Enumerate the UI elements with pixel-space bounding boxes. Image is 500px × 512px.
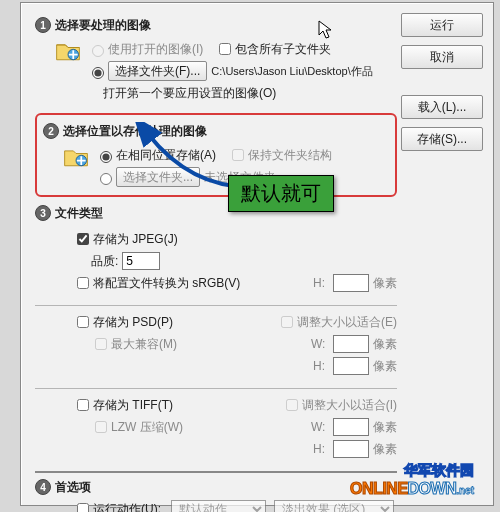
dest-choose-folder-radio[interactable] (100, 173, 112, 185)
w-label: W: (311, 420, 325, 434)
psd-h-input (333, 357, 369, 375)
tiff-resize-label: 调整大小以适合(I) (302, 397, 397, 414)
step-2-badge: 2 (43, 123, 59, 139)
psd-resize-check (281, 316, 293, 328)
unit-label: 像素 (373, 358, 397, 375)
tiff-w-input (333, 418, 369, 436)
section-destination-highlight: 2 选择位置以存储处理的图像 在相同位置存储(A) 保持文件夹结构 (35, 113, 397, 197)
use-open-images-label: 使用打开的图像(I) (108, 41, 203, 58)
srgb-check[interactable] (77, 277, 89, 289)
action-name-select: 淡出效果 (选区) (274, 500, 394, 512)
psd-w-input (333, 335, 369, 353)
step-1-badge: 1 (35, 17, 51, 33)
srgb-label: 将配置文件转换为 sRGB(V) (93, 275, 240, 292)
divider (35, 388, 397, 389)
action-set-select: 默认动作 (171, 500, 266, 512)
quality-label: 品质: (91, 253, 118, 270)
tiff-resize-check (286, 399, 298, 411)
keep-structure-check (232, 149, 244, 161)
section-divider (35, 471, 397, 473)
folder-icon[interactable] (61, 143, 91, 171)
unit-label: 像素 (373, 275, 397, 292)
watermark-net: .net (456, 485, 474, 496)
save-psd-label: 存储为 PSD(P) (93, 314, 173, 331)
h-label: H: (311, 276, 325, 290)
max-compat-check (95, 338, 107, 350)
save-same-location-label: 在相同位置存储(A) (116, 147, 216, 164)
save-jpeg-check[interactable] (77, 233, 89, 245)
save-psd-check[interactable] (77, 316, 89, 328)
save-same-location-radio[interactable] (100, 151, 112, 163)
open-first-image-label: 打开第一个要应用设置的图像(O) (103, 85, 276, 102)
dest-choose-folder-button[interactable]: 选择文件夹... (116, 167, 200, 187)
section-source-title: 选择要处理的图像 (55, 17, 151, 34)
annotation-tooltip: 默认就可 (228, 175, 334, 212)
tiff-h-input (333, 440, 369, 458)
watermark-en2: DOWN (408, 480, 457, 497)
save-tiff-check[interactable] (77, 399, 89, 411)
section-filetype: 3 文件类型 存储为 JPEG(J) 品质: 将配置文件转换为 sRGB(V) … (35, 203, 397, 465)
watermark-en1: ONLINE (350, 480, 407, 497)
max-compat-label: 最大兼容(M) (111, 336, 177, 353)
quality-input[interactable] (122, 252, 160, 270)
unit-label: 像素 (373, 419, 397, 436)
divider (35, 305, 397, 306)
section-prefs: 4 首选项 运行动作(U): 默认动作 淡出效果 (选区) 版权信息: 包含 I… (35, 477, 397, 512)
source-folder-path: C:\Users\Jason Liu\Desktop\作品 (211, 64, 372, 79)
lzw-check (95, 421, 107, 433)
h-label: H: (311, 359, 325, 373)
psd-resize-label: 调整大小以适合(E) (297, 314, 397, 331)
unit-label: 像素 (373, 441, 397, 458)
cursor-icon (318, 20, 334, 43)
keep-structure-label: 保持文件夹结构 (248, 147, 332, 164)
dialog-content: 1 选择要处理的图像 使用打开的图像(I) 包含所有子文件夹 (21, 3, 493, 505)
jpeg-h-input (333, 274, 369, 292)
watermark-cn: 华军软件园 (350, 462, 474, 480)
step-3-badge: 3 (35, 205, 51, 221)
unit-label: 像素 (373, 336, 397, 353)
save-jpeg-label: 存储为 JPEG(J) (93, 231, 178, 248)
include-subfolders-label: 包含所有子文件夹 (235, 41, 331, 58)
save-tiff-label: 存储为 TIFF(T) (93, 397, 173, 414)
section-source: 1 选择要处理的图像 使用打开的图像(I) 包含所有子文件夹 (35, 15, 397, 105)
w-label: W: (311, 337, 325, 351)
section-destination-title: 选择位置以存储处理的图像 (63, 123, 207, 140)
step-4-badge: 4 (35, 479, 51, 495)
include-subfolders-check[interactable] (219, 43, 231, 55)
h-label: H: (311, 442, 325, 456)
dialog-frame: 运行 取消 载入(L)... 存储(S)... 1 选择要处理的图像 使用打开的… (20, 2, 494, 506)
run-action-check[interactable] (77, 503, 89, 512)
choose-folder-radio[interactable] (92, 67, 104, 79)
section-filetype-title: 文件类型 (55, 205, 103, 222)
section-prefs-title: 首选项 (55, 479, 91, 496)
use-open-images-radio (92, 45, 104, 57)
choose-folder-button[interactable]: 选择文件夹(F)... (108, 61, 207, 81)
lzw-label: LZW 压缩(W) (111, 419, 183, 436)
run-action-label: 运行动作(U): (93, 501, 161, 513)
folder-icon[interactable] (53, 37, 83, 65)
watermark: 华军软件园 ONLINEDOWN.net (350, 462, 474, 498)
